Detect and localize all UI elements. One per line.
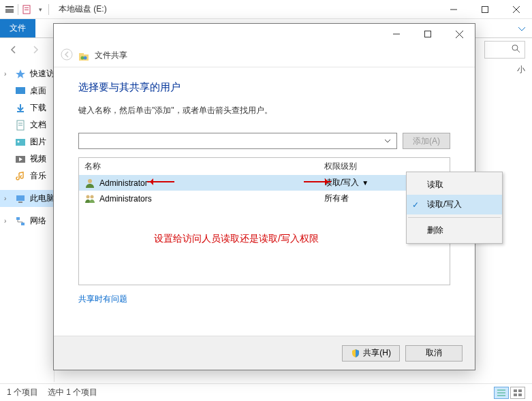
shield-icon (351, 349, 360, 358)
svg-point-40 (84, 56, 87, 59)
svg-rect-31 (518, 394, 522, 396)
menu-item-read[interactable]: 读取 (407, 175, 502, 195)
window-title: 本地磁盘 (E:) (53, 3, 112, 15)
dialog-titlebar (54, 24, 475, 44)
dialog-title: 文件共享 (95, 50, 127, 61)
permission-menu: 读取 ✓ 读取/写入 删除 (406, 172, 503, 244)
view-icons-button[interactable] (510, 387, 525, 399)
sidebar-item-label: 图片 (30, 136, 46, 148)
svg-point-43 (91, 195, 94, 198)
column-header-permission[interactable]: 权限级别 (324, 161, 444, 172)
chevron-down-icon[interactable] (381, 133, 394, 148)
network-icon (15, 216, 26, 227)
doc-icon (15, 120, 26, 131)
sidebar-item-label: 快速访 (30, 68, 54, 80)
sidebar-item-label: 音乐 (30, 170, 46, 182)
sidebar-item-desktop[interactable]: 桌面 (0, 82, 54, 99)
svg-rect-3 (25, 7, 29, 8)
file-sharing-dialog: 文件共享 选择要与其共享的用户 键入名称，然后单击"添加"，或者单击箭头查找用户… (53, 23, 475, 370)
dialog-heading: 选择要与其共享的用户 (78, 81, 450, 94)
annotation-arrow (147, 181, 174, 182)
dialog-close-button[interactable] (443, 24, 475, 44)
sidebar-item-downloads[interactable]: 下载 (0, 99, 54, 116)
properties-icon[interactable] (21, 4, 32, 15)
dialog-footer: 共享(H) 取消 (54, 336, 475, 370)
svg-rect-12 (16, 87, 25, 94)
cancel-button[interactable]: 取消 (405, 345, 463, 362)
video-icon (15, 154, 26, 165)
svg-rect-28 (514, 389, 517, 392)
close-button[interactable] (501, 0, 532, 19)
table-row[interactable]: Administrators 所有者 (79, 191, 450, 206)
svg-rect-6 (482, 6, 488, 12)
sidebar-item-label: 文档 (30, 119, 46, 131)
minimize-button[interactable] (438, 0, 469, 19)
chevron-down-icon: ▼ (362, 179, 369, 187)
share-button[interactable]: 共享(H) (342, 345, 400, 362)
user-name: Administrators (99, 194, 152, 204)
svg-rect-33 (425, 31, 431, 37)
status-item-count: 1 个项目 (7, 387, 38, 398)
svg-point-18 (18, 140, 20, 142)
svg-rect-21 (16, 195, 25, 201)
dialog-minimize-button[interactable] (381, 24, 412, 44)
sidebar-item-label: 桌面 (30, 85, 46, 97)
permission-value: 所有者 (324, 193, 349, 204)
sidebar: › 快速访 桌面 下载 文档 图片 视频 (0, 61, 54, 382)
sidebar-item-videos[interactable]: 视频 (0, 150, 54, 167)
search-icon (512, 44, 520, 55)
user-icon (84, 178, 95, 189)
dialog-maximize-button[interactable] (412, 24, 443, 44)
svg-rect-24 (21, 223, 25, 225)
view-details-button[interactable] (494, 387, 509, 399)
music-icon (15, 171, 26, 182)
ribbon-expand-icon[interactable] (512, 19, 532, 37)
group-icon (84, 193, 95, 204)
sidebar-item-quickaccess[interactable]: › 快速访 (0, 65, 54, 82)
nav-forward-button[interactable] (26, 41, 45, 59)
menu-separator (408, 217, 501, 218)
svg-rect-30 (514, 394, 517, 396)
qat-dropdown-icon[interactable]: ▾ (35, 4, 46, 15)
check-icon: ✓ (412, 200, 419, 210)
svg-rect-17 (16, 139, 25, 146)
svg-rect-29 (518, 389, 522, 392)
column-header-size[interactable]: 小 (517, 64, 525, 76)
user-combobox[interactable] (78, 133, 397, 149)
svg-rect-0 (5, 6, 14, 7)
table-row[interactable]: Administrator 读取/写入 ▼ (79, 175, 450, 191)
maximize-button[interactable] (469, 0, 501, 19)
picture-icon (15, 137, 26, 148)
sidebar-item-pictures[interactable]: 图片 (0, 133, 54, 150)
chevron-right-icon: › (4, 195, 6, 202)
share-icon (78, 50, 89, 61)
app-icon (4, 4, 15, 15)
svg-point-41 (88, 179, 92, 183)
dialog-description: 键入名称，然后单击"添加"，或者单击箭头查找用户。 (78, 105, 450, 116)
search-input[interactable] (484, 41, 525, 59)
annotation-arrow (304, 181, 331, 182)
svg-marker-11 (16, 69, 25, 78)
chevron-right-icon: › (4, 70, 6, 78)
menu-item-remove[interactable]: 删除 (407, 221, 502, 240)
svg-rect-22 (18, 202, 22, 203)
menu-item-readwrite[interactable]: ✓ 读取/写入 (407, 195, 502, 214)
sidebar-item-label: 网络 (30, 215, 46, 227)
tab-file[interactable]: 文件 (0, 19, 35, 37)
svg-rect-38 (79, 53, 84, 55)
help-link[interactable]: 共享时有问题 (78, 293, 127, 305)
column-header-name[interactable]: 名称 (84, 161, 324, 172)
dialog-back-button (61, 48, 73, 63)
nav-back-button[interactable] (4, 41, 23, 59)
svg-point-9 (512, 45, 518, 50)
sidebar-item-label: 视频 (30, 153, 46, 165)
add-button[interactable]: 添加(A) (403, 133, 450, 149)
sidebar-item-thispc[interactable]: › 此电脑 (0, 190, 54, 207)
sidebar-item-music[interactable]: 音乐 (0, 167, 54, 185)
dialog-header: 文件共享 (54, 44, 475, 67)
sidebar-item-network[interactable]: › 网络 (0, 212, 54, 229)
pc-icon (15, 193, 26, 204)
sidebar-item-label: 下载 (30, 102, 46, 114)
status-selected-count: 选中 1 个项目 (48, 387, 97, 398)
sidebar-item-documents[interactable]: 文档 (0, 116, 54, 133)
